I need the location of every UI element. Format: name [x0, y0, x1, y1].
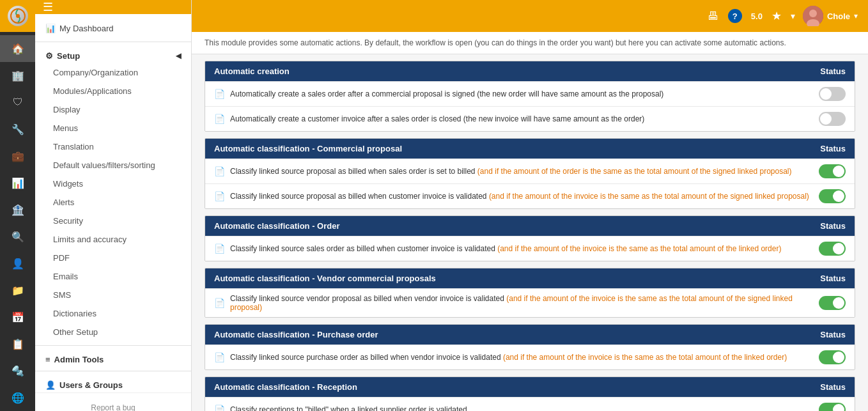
- section-title-classification-order: Automatic classification - Order: [214, 221, 340, 231]
- row-text-5-0: 📄 Classify receptions to "billed" when a…: [214, 405, 819, 411]
- hamburger-icon[interactable]: ☰: [43, 0, 53, 14]
- report-bug-link[interactable]: Report a bug: [35, 398, 191, 411]
- table-row: 📄 Automatically create a customer invoic…: [205, 106, 855, 131]
- row-text-1-1: 📄 Classify linked source proposal as bil…: [214, 191, 819, 201]
- toggle-4-0[interactable]: [819, 350, 846, 364]
- sidebar-header: ☰: [35, 0, 191, 14]
- section-status-label-5: Status: [820, 382, 846, 392]
- sidebar-item-pdf[interactable]: PDF: [35, 249, 191, 267]
- nav-wrench-icon[interactable]: 🔩: [0, 357, 35, 384]
- section-status-label-4: Status: [820, 330, 846, 339]
- toggle-1-0[interactable]: [819, 164, 846, 178]
- sidebar-item-menus[interactable]: Menus: [35, 119, 191, 137]
- logo-area[interactable]: [0, 0, 35, 32]
- toggle-1-1[interactable]: [819, 189, 846, 203]
- translation-label: Translation: [53, 142, 94, 151]
- sidebar-item-limits-accuracy[interactable]: Limits and accuracy: [35, 230, 191, 249]
- sidebar-item-translation[interactable]: Translation: [35, 137, 191, 156]
- nav-tools-icon[interactable]: 🔧: [0, 116, 35, 143]
- nav-home-icon[interactable]: 🏠: [0, 35, 35, 62]
- user-avatar: [803, 6, 823, 26]
- setup-collapse-icon: ◀: [176, 52, 181, 60]
- sidebar-item-default-values[interactable]: Default values/filters/sorting: [35, 156, 191, 174]
- nav-calendar-icon[interactable]: 📅: [0, 304, 35, 330]
- user-info[interactable]: Chole ▾: [803, 6, 858, 26]
- sidebar-item-widgets[interactable]: Widgets: [35, 174, 191, 193]
- dictionaries-label: Dictionaries: [53, 309, 97, 318]
- emails-label: Emails: [53, 272, 78, 281]
- main-area: 🖶 ? 5.0 ★ ▾ Chole ▾ This module provides…: [192, 0, 868, 411]
- section-status-label-3: Status: [820, 274, 846, 283]
- row-highlight-2-0: (and if the amount of the invoice is the…: [497, 244, 781, 253]
- sidebar-section-users-groups[interactable]: 👤 Users & Groups: [35, 375, 191, 392]
- sidebar-item-dashboard[interactable]: 📊 My Dashboard: [35, 19, 191, 38]
- nav-globe-icon[interactable]: 🌐: [0, 384, 35, 411]
- toggle-0-0[interactable]: [819, 87, 846, 101]
- row-doc-icon-4-0: 📄: [214, 352, 225, 362]
- toggle-2-0[interactable]: [819, 242, 846, 256]
- sidebar-item-modules-apps[interactable]: Modules/Applications: [35, 82, 191, 100]
- table-row: 📄 Automatically create a sales order aft…: [205, 81, 855, 106]
- default-values-label: Default values/filters/sorting: [53, 160, 155, 170]
- nav-user-icon[interactable]: 👤: [0, 250, 35, 277]
- table-row: 📄 Classify linked source vendor proposal…: [205, 288, 855, 317]
- section-header-classification-purchase: Automatic classification - Purchase orde…: [205, 325, 855, 345]
- section-title-classification-reception: Automatic classification - Reception: [214, 382, 357, 392]
- user-chevron-icon[interactable]: ▾: [854, 12, 858, 20]
- header-icons: 🖶 ? 5.0 ★ ▾: [708, 9, 795, 23]
- nav-icon-list: 🏠 🏢 🛡 🔧 💼 📊 🏦 🔍 👤 📁 📅 📋 🔩 🌐: [0, 32, 35, 411]
- toggle-5-0[interactable]: [819, 403, 846, 411]
- sidebar-item-security[interactable]: Security: [35, 212, 191, 230]
- row-text-0-0: 📄 Automatically create a sales order aft…: [214, 89, 819, 99]
- row-label-0-0: Automatically create a sales order after…: [230, 89, 663, 98]
- sidebar-section-admin-tools[interactable]: ≡ Admin Tools: [35, 350, 191, 367]
- section-status-label-1: Status: [820, 144, 846, 153]
- svg-point-1: [16, 14, 20, 18]
- help-icon[interactable]: ?: [728, 9, 742, 23]
- nav-list-icon[interactable]: 📋: [0, 330, 35, 357]
- alerts-label: Alerts: [53, 198, 74, 207]
- star-icon[interactable]: ★: [771, 9, 782, 23]
- sidebar-item-display[interactable]: Display: [35, 100, 191, 119]
- table-row: 📄 Classify linked source proposal as bil…: [205, 183, 855, 208]
- admin-tools-icon: ≡: [45, 355, 50, 364]
- section-classification-commercial: Automatic classification - Commercial pr…: [205, 138, 855, 209]
- row-text-3-0: 📄 Classify linked source vendor proposal…: [214, 294, 819, 312]
- widgets-label: Widgets: [53, 179, 83, 189]
- sidebar-item-emails[interactable]: Emails: [35, 267, 191, 286]
- svg-point-3: [809, 10, 817, 17]
- nav-shield-icon[interactable]: 🛡: [0, 89, 35, 116]
- nav-search-icon[interactable]: 🔍: [0, 223, 35, 250]
- sidebar-item-company-org[interactable]: Company/Organization: [35, 63, 191, 82]
- row-text-2-0: 📄 Classify linked source sales order as …: [214, 244, 819, 254]
- section-status-label-0: Status: [820, 66, 846, 76]
- sidebar-item-other-setup[interactable]: Other Setup: [35, 323, 191, 341]
- sidebar-bottom: Report a bug: [35, 392, 191, 411]
- version-badge: 5.0: [751, 12, 763, 21]
- print-icon[interactable]: 🖶: [708, 10, 719, 23]
- nav-building-icon[interactable]: 🏢: [0, 62, 35, 89]
- section-header-classification-reception: Automatic classification - Reception Sta…: [205, 377, 855, 397]
- nav-briefcase-icon[interactable]: 💼: [0, 143, 35, 169]
- sidebar-section-setup[interactable]: ⚙ Setup ◀: [35, 46, 191, 63]
- chevron-down-icon[interactable]: ▾: [791, 11, 795, 21]
- section-classification-purchase: Automatic classification - Purchase orde…: [205, 324, 855, 370]
- top-header: 🖶 ? 5.0 ★ ▾ Chole ▾: [192, 0, 868, 32]
- sidebar-divider-1: [35, 42, 191, 42]
- sms-label: SMS: [53, 290, 71, 300]
- section-title-automatic-creation: Automatic creation: [214, 66, 290, 76]
- row-doc-icon-1-1: 📄: [214, 191, 225, 201]
- nav-chart-icon[interactable]: 📊: [0, 169, 35, 196]
- nav-folder-icon[interactable]: 📁: [0, 277, 35, 304]
- nav-bank-icon[interactable]: 🏦: [0, 196, 35, 223]
- modules-label: Modules/Applications: [53, 86, 132, 96]
- sidebar-item-dictionaries[interactable]: Dictionaries: [35, 304, 191, 323]
- sidebar-item-alerts[interactable]: Alerts: [35, 193, 191, 212]
- sidebar-item-sms[interactable]: SMS: [35, 286, 191, 304]
- admin-tools-label: Admin Tools: [54, 355, 104, 364]
- toggle-3-0[interactable]: [819, 296, 846, 310]
- row-label-0-1: Automatically create a customer invoice …: [230, 114, 644, 123]
- display-label: Display: [53, 105, 81, 114]
- toggle-0-1[interactable]: [819, 112, 846, 126]
- other-setup-label: Other Setup: [53, 327, 98, 337]
